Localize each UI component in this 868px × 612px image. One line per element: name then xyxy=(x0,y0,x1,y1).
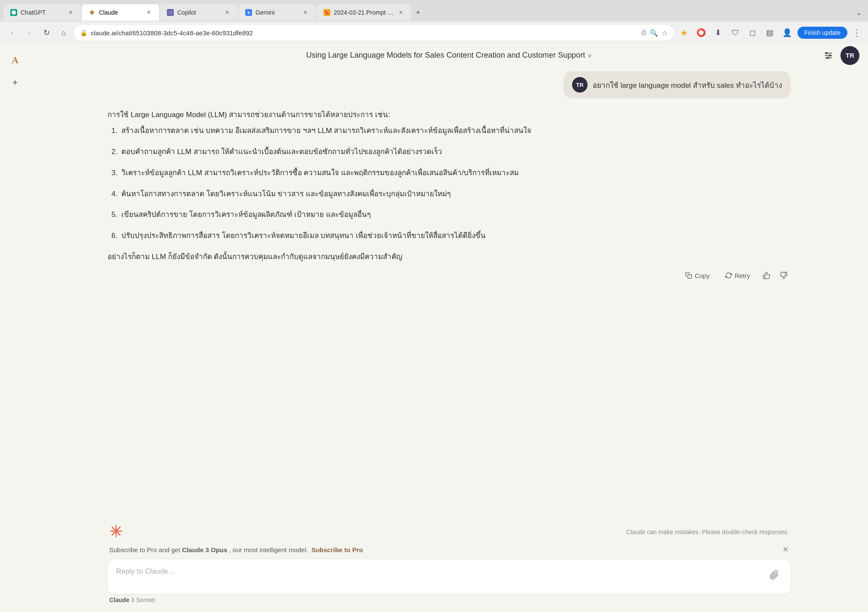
chevron-down-icon: ∨ xyxy=(588,52,592,59)
tab-chatgpt[interactable]: ChatGPT ✕ xyxy=(3,4,81,21)
star-icon[interactable]: ☆ xyxy=(662,29,668,37)
user-message: TR อยากใช้ large language model สำหรับ s… xyxy=(108,71,791,99)
user-bubble: TR อยากใช้ large language model สำหรับ s… xyxy=(563,71,791,99)
subscribe-close-button[interactable]: ✕ xyxy=(782,545,789,554)
new-tab-button[interactable]: + xyxy=(412,6,424,19)
tab-copilot[interactable]: ⬡ Copilot ✕ xyxy=(160,4,237,21)
subscribe-banner-text: Subscribe to Pro and get Claude 3 Opus ,… xyxy=(109,546,308,553)
opera-icon[interactable]: ⭕ xyxy=(694,26,708,40)
list-item-text: ปรับปรุงประสิทธิภาพการสื่อสาร โดยการวิเค… xyxy=(121,232,486,240)
settings-icon[interactable] xyxy=(822,49,835,62)
download-icon[interactable]: ⬇ xyxy=(711,26,725,40)
thumbs-down-button[interactable] xyxy=(777,269,791,282)
forward-button[interactable]: › xyxy=(22,26,36,40)
svg-point-5 xyxy=(826,52,828,54)
tab-overflow-button[interactable]: ⌄ xyxy=(853,6,865,19)
copilot-favicon: ⬡ xyxy=(167,9,174,16)
browser-more-button[interactable]: ⋮ xyxy=(851,27,863,39)
bookmark-tab-label: 2024-03-21 Prompt Engi... xyxy=(334,9,394,16)
new-chat-button[interactable]: + xyxy=(7,75,23,90)
toolbar: ‹ › ↻ ⌂ 🔒 claude.ai/chat/65103808-3dc5-4… xyxy=(0,22,868,44)
bookmark-tab-close[interactable]: ✕ xyxy=(397,9,404,16)
home-button[interactable]: ⌂ xyxy=(57,26,71,40)
chat-title-button[interactable]: Using Large Language Models for Sales Co… xyxy=(306,51,592,60)
chatgpt-tab-close[interactable]: ✕ xyxy=(67,9,74,16)
user-message-avatar: TR xyxy=(572,77,588,93)
back-button[interactable]: ‹ xyxy=(5,26,19,40)
thumbs-up-button[interactable] xyxy=(760,269,773,282)
claude-asterisk-logo xyxy=(109,524,123,540)
list-item: ปรับปรุงประสิทธิภาพการสื่อสาร โดยการวิเค… xyxy=(120,230,791,242)
lock-icon: 🔒 xyxy=(80,29,87,36)
tab-bookmark[interactable]: 🔖 2024-03-21 Prompt Engi... ✕ xyxy=(317,4,411,21)
address-text: claude.ai/chat/65103808-3dc5-4c48-ae3e-6… xyxy=(91,29,253,37)
sidebar: A + xyxy=(0,44,30,612)
model-label: Claude 3 Sonnet xyxy=(108,594,791,603)
subscribe-banner: Subscribe to Pro and get Claude 3 Opus ,… xyxy=(108,545,791,554)
gemini-tab-label: Gemini xyxy=(255,9,299,16)
sidebar-toggle[interactable]: ▤ xyxy=(763,26,777,40)
browser-chrome: ChatGPT ✕ Claude ✕ ⬡ Copilot ✕ ✦ xyxy=(0,0,868,44)
tab-claude[interactable]: Claude ✕ xyxy=(82,4,159,21)
thumbs-up-icon xyxy=(763,272,770,279)
list-item: วิเคราะห์ข้อมูลลูกค้า LLM สามารถวิเคราะห… xyxy=(120,167,791,179)
chatgpt-favicon xyxy=(10,9,17,16)
list-item-text: วิเคราะห์ข้อมูลลูกค้า LLM สามารถวิเคราะห… xyxy=(121,169,519,177)
app-container: A + Using Large Language Models for Sale… xyxy=(0,44,868,612)
gemini-favicon: ✦ xyxy=(245,9,252,16)
claude-tab-label: Claude xyxy=(99,9,142,16)
screenshot-icon: ⎙ xyxy=(642,29,646,37)
address-bar[interactable]: 🔒 claude.ai/chat/65103808-3dc5-4c48-ae3e… xyxy=(74,25,674,40)
profile-icon[interactable]: 👤 xyxy=(780,26,794,40)
copilot-tab-label: Copilot xyxy=(177,9,220,16)
paperclip-icon xyxy=(770,570,779,580)
tab-bar: ChatGPT ✕ Claude ✕ ⬡ Copilot ✕ ✦ xyxy=(0,0,868,22)
retry-icon xyxy=(725,272,732,279)
chat-title-text: Using Large Language Models for Sales Co… xyxy=(306,51,585,60)
response-intro: การใช้ Large Language Model (LLM) สามารถ… xyxy=(108,109,791,121)
list-item: สร้างเนื้อหาการตลาด เช่น บทความ อีเมลส่ง… xyxy=(120,125,791,137)
user-avatar[interactable]: TR xyxy=(840,46,859,65)
bottom-area: Claude can make mistakes. Please double-… xyxy=(30,524,868,612)
response-list: สร้างเนื้อหาการตลาด เช่น บทความ อีเมลส่ง… xyxy=(108,125,791,242)
list-item-text: ตอบคำถามลูกค้า LLM สามารถ ให้คำแนะนำเบื้… xyxy=(121,148,442,156)
reload-button[interactable]: ↻ xyxy=(40,26,53,40)
copy-icon xyxy=(685,272,692,279)
list-item-text: ค้นหาโอกาสทางการตลาด โดยวิเคราะห์แนวโน้ม… xyxy=(121,190,451,198)
claude-tab-close[interactable]: ✕ xyxy=(145,9,152,16)
user-message-text: อยากใช้ large language model สำหรับ sale… xyxy=(593,79,782,91)
response-footer-text: อย่างไรก็ตาม LLM ก็ยังมีข้อจำกัด ดังนั้น… xyxy=(108,251,791,263)
svg-text:A: A xyxy=(12,55,18,65)
search-icon: 🔍 xyxy=(649,29,658,37)
attach-button[interactable] xyxy=(766,567,782,583)
tab-gemini[interactable]: ✦ Gemini ✕ xyxy=(238,4,316,21)
claude-favicon xyxy=(89,9,95,16)
finish-update-label: Finish update xyxy=(804,29,840,36)
wallet-icon[interactable]: ◻ xyxy=(746,26,760,40)
gemini-tab-close[interactable]: ✕ xyxy=(302,9,309,16)
thumbs-down-icon xyxy=(780,272,788,279)
list-item-text: สร้างเนื้อหาการตลาด เช่น บทความ อีเมลส่ง… xyxy=(121,127,531,135)
list-item: ค้นหาโอกาสทางการตลาด โดยวิเคราะห์แนวโน้ม… xyxy=(120,188,791,201)
list-item: ตอบคำถามลูกค้า LLM สามารถ ให้คำแนะนำเบื้… xyxy=(120,146,791,158)
extensions-icon[interactable]: ★ xyxy=(677,26,691,40)
retry-button[interactable]: Retry xyxy=(719,269,756,282)
main-content: Using Large Language Models for Sales Co… xyxy=(30,44,868,612)
claude-response: การใช้ Large Language Model (LLM) สามารถ… xyxy=(108,109,791,286)
chatgpt-tab-label: ChatGPT xyxy=(21,9,64,16)
list-item-text: เขียนสคริปต์การขาย โดยการวิเคราะห์ข้อมูล… xyxy=(121,210,371,219)
reply-placeholder: Reply to Claude... xyxy=(116,567,174,576)
response-actions: Copy Retry xyxy=(108,269,791,286)
claude-footer: Claude can make mistakes. Please double-… xyxy=(108,524,791,540)
svg-point-0 xyxy=(12,10,16,15)
anthropic-logo[interactable]: A xyxy=(7,53,23,68)
finish-update-button[interactable]: Finish update xyxy=(797,27,847,39)
response-text: การใช้ Large Language Model (LLM) สามารถ… xyxy=(108,109,791,263)
chat-area[interactable]: TR อยากใช้ large language model สำหรับ s… xyxy=(30,67,868,524)
vpn-icon[interactable]: 🛡 xyxy=(729,26,742,40)
reply-input-box[interactable]: Reply to Claude... xyxy=(108,559,791,594)
svg-point-6 xyxy=(829,55,831,56)
subscribe-to-pro-link[interactable]: Subscribe to Pro xyxy=(311,546,363,553)
copy-button[interactable]: Copy xyxy=(679,269,716,282)
copilot-tab-close[interactable]: ✕ xyxy=(224,9,231,16)
